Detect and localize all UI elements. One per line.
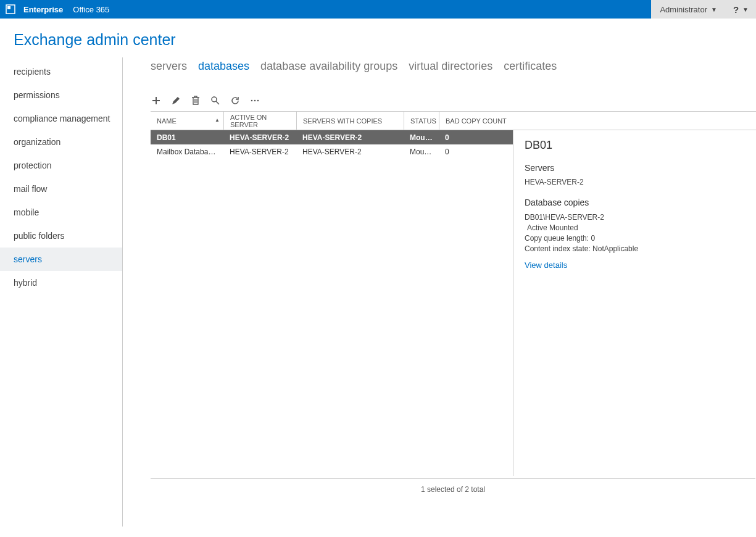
help-menu[interactable]: ? ▼	[726, 0, 756, 19]
caret-down-icon: ▼	[711, 6, 717, 13]
cell-active: HEVA-SERVER-2	[223, 133, 296, 142]
copies-heading: Database copies	[525, 198, 756, 207]
footer-status: 1 selected of 2 total	[151, 478, 755, 500]
refresh-button[interactable]	[230, 95, 241, 106]
col-copies-label: SERVERS WITH COPIES	[303, 117, 382, 125]
svg-point-2	[212, 97, 217, 102]
col-active-label: ACTIVE ON SERVER	[230, 114, 290, 128]
cell-status: Moun…	[404, 148, 439, 156]
sidebar: recipients permissions compliance manage…	[14, 57, 123, 527]
queue-value: 0	[591, 234, 595, 243]
col-active[interactable]: ACTIVE ON SERVER	[223, 112, 296, 130]
servers-heading: Servers	[525, 163, 756, 173]
content-index: Content index state: NotApplicable	[525, 244, 756, 254]
search-button[interactable]	[210, 95, 221, 106]
servers-value: HEVA-SERVER-2	[525, 178, 756, 186]
sidebar-item-mailflow[interactable]: mail flow	[14, 177, 122, 201]
col-bad[interactable]: BAD COPY COUNT	[439, 112, 513, 130]
user-menu[interactable]: Administrator ▼	[651, 0, 725, 19]
sidebar-item-permissions[interactable]: permissions	[14, 83, 122, 107]
more-button[interactable]	[249, 95, 260, 106]
page-title: Exchange admin center	[0, 19, 756, 57]
col-status-label: STATUS	[410, 117, 436, 125]
tab-databases[interactable]: databases	[198, 60, 249, 73]
tab-certificates[interactable]: certificates	[504, 60, 557, 73]
details-pane: DB01 Servers HEVA-SERVER-2 Database copi…	[513, 130, 756, 476]
sidebar-item-compliance[interactable]: compliance management	[14, 107, 122, 130]
view-details-link[interactable]: View details	[525, 260, 567, 270]
add-button[interactable]	[151, 95, 162, 106]
grid-header: NAME ▲ ACTIVE ON SERVER SERVERS WITH COP…	[151, 112, 756, 130]
svg-point-4	[254, 100, 256, 102]
copy-queue: Copy queue length: 0	[525, 233, 756, 244]
svg-point-3	[251, 100, 253, 102]
table-row[interactable]: DB01 HEVA-SERVER-2 HEVA-SERVER-2 Moun… 0	[151, 130, 513, 144]
svg-point-5	[257, 100, 259, 102]
col-name-label: NAME	[157, 117, 177, 125]
sidebar-item-mobile[interactable]: mobile	[14, 201, 122, 224]
cell-active: HEVA-SERVER-2	[223, 148, 296, 156]
tab-servers[interactable]: servers	[151, 60, 187, 73]
col-bad-label: BAD COPY COUNT	[446, 117, 507, 125]
sidebar-item-servers[interactable]: servers	[0, 248, 122, 271]
sidebar-item-publicfolders[interactable]: public folders	[14, 224, 122, 248]
sidebar-item-organization[interactable]: organization	[14, 130, 122, 154]
svg-rect-1	[7, 6, 10, 9]
details-title: DB01	[525, 139, 756, 152]
office-logo-icon	[5, 4, 16, 15]
delete-button[interactable]	[190, 95, 201, 106]
cell-bad: 0	[439, 148, 513, 156]
nav-enterprise[interactable]: Enterprise	[23, 5, 63, 14]
sidebar-item-protection[interactable]: protection	[14, 154, 122, 177]
tab-virtualdirectories[interactable]: virtual directories	[409, 60, 492, 73]
cell-name: Mailbox Databas…	[151, 148, 223, 156]
index-value: NotApplicable	[592, 244, 638, 253]
toolbar	[151, 95, 756, 106]
sidebar-item-recipients[interactable]: recipients	[14, 60, 122, 83]
index-label: Content index state:	[525, 244, 591, 253]
cell-copies: HEVA-SERVER-2	[296, 133, 404, 142]
user-label: Administrator	[660, 5, 707, 14]
help-icon: ?	[733, 4, 739, 15]
cell-bad: 0	[439, 133, 513, 142]
col-copies[interactable]: SERVERS WITH COPIES	[296, 112, 404, 130]
caret-down-icon: ▼	[742, 6, 749, 13]
col-name[interactable]: NAME ▲	[151, 117, 223, 125]
nav-office365[interactable]: Office 365	[73, 5, 109, 14]
tabs: servers databases database availability …	[151, 60, 756, 73]
col-status[interactable]: STATUS	[404, 112, 439, 130]
edit-button[interactable]	[170, 95, 181, 106]
queue-label: Copy queue length:	[525, 234, 589, 243]
topbar: Enterprise Office 365 Administrator ▼ ? …	[0, 0, 756, 19]
cell-copies: HEVA-SERVER-2	[296, 148, 404, 156]
cell-status: Moun…	[404, 133, 439, 142]
sidebar-item-hybrid[interactable]: hybrid	[14, 271, 122, 294]
cell-name: DB01	[151, 133, 223, 142]
copy-state: Active Mounted	[525, 223, 756, 233]
grid: NAME ▲ ACTIVE ON SERVER SERVERS WITH COP…	[151, 111, 756, 476]
table-row[interactable]: Mailbox Databas… HEVA-SERVER-2 HEVA-SERV…	[151, 144, 513, 159]
tab-dag[interactable]: database availability groups	[260, 60, 397, 73]
sort-asc-icon: ▲	[215, 117, 220, 123]
copy-path: DB01\HEVA-SERVER-2	[525, 212, 756, 223]
